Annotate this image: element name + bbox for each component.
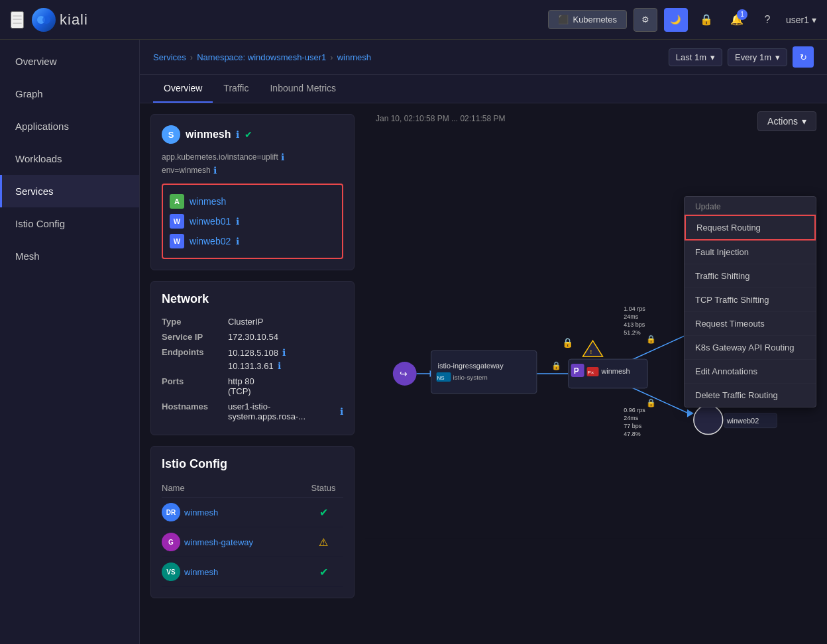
dropdown-traffic-shifting[interactable]: Traffic Shifting	[685, 264, 816, 288]
istio-system-label: istio-system	[453, 374, 487, 381]
svg-point-1	[42, 16, 50, 24]
workload-item-2: W winweb02 ℹ	[170, 231, 335, 251]
endpoint-2-info[interactable]: ℹ	[278, 360, 281, 371]
winweb02-label: winweb02	[726, 417, 759, 425]
ingress-label: istio-ingressgateway	[438, 362, 504, 370]
dropdown-tcp-traffic-shifting[interactable]: TCP Traffic Shifting	[685, 288, 816, 312]
workload-info-2[interactable]: ℹ	[236, 236, 239, 246]
service-label-2: env=winmesh ℹ	[162, 165, 343, 176]
metric-478pct: 47.8%	[624, 431, 640, 437]
hostnames-label: Hostnames	[162, 402, 228, 421]
service-name: winmesh	[186, 129, 231, 140]
tab-overview[interactable]: Overview	[153, 75, 213, 103]
workload-name-2[interactable]: winweb02	[190, 236, 231, 246]
notification-button[interactable]: 🔔 1	[725, 8, 749, 32]
tab-traffic[interactable]: Traffic	[213, 75, 259, 103]
dropdown-delete-traffic[interactable]: Delete Traffic Routing	[685, 384, 816, 407]
endpoint-1-info[interactable]: ℹ	[282, 347, 286, 358]
dropdown-k8s-gateway[interactable]: K8s Gateway API Routing	[685, 336, 816, 360]
sidebar-item-graph[interactable]: Graph	[0, 78, 139, 110]
lock-button[interactable]: 🔒	[694, 8, 718, 32]
config-row-g: G winmesh-gateway ⚠	[162, 527, 343, 557]
moon-icon: 🌙	[670, 15, 681, 25]
edge-lock-icon: 🔒	[551, 360, 561, 370]
istio-config-title: Istio Config	[162, 457, 343, 471]
refresh-button[interactable]: ↻	[793, 46, 814, 68]
config-row-dr: DR winmesh ✔	[162, 498, 343, 527]
breadcrumb-sep2: ›	[330, 52, 333, 62]
label-text-2: env=winmesh	[162, 166, 211, 175]
right-panel: Jan 10, 02:10:58 PM ... 02:11:58 PM Acti…	[365, 103, 827, 644]
config-link-vs[interactable]: winmesh	[184, 567, 218, 577]
dropdown-edit-annotations[interactable]: Edit Annotations	[685, 360, 816, 384]
header-controls: ⬛ Kubernetes ⚙ 🌙 🔒 🔔 1 ? user1 ▾	[548, 8, 816, 32]
metric-24ms-2: 24ms	[624, 415, 638, 421]
sidebar-item-overview[interactable]: Overview	[0, 45, 139, 78]
service-labels: app.kubernetes.io/instance=uplift ℹ env=…	[162, 152, 343, 176]
warning-icon: !	[590, 348, 592, 355]
kiali-logo-svg	[36, 13, 51, 27]
hamburger-button[interactable]: ☰	[11, 11, 24, 28]
sidebar-item-istio-config[interactable]: Istio Config	[0, 207, 139, 240]
lock-icon: 🔒	[700, 13, 713, 26]
dropdown-update-label: Update	[685, 197, 816, 215]
tab-inbound-metrics[interactable]: Inbound Metrics	[259, 75, 347, 103]
actions-button[interactable]: Actions ▾	[757, 111, 816, 131]
config-status-vs: ✔	[303, 566, 343, 578]
breadcrumb-services[interactable]: Services	[153, 52, 186, 62]
user-menu-button[interactable]: user1 ▾	[786, 15, 816, 25]
config-link-g[interactable]: winmesh-gateway	[184, 537, 253, 547]
breadcrumb-namespace[interactable]: Namespace: windowsmesh-user1	[197, 52, 326, 62]
config-link-dr[interactable]: winmesh	[184, 508, 218, 517]
dropdown-fault-injection[interactable]: Fault Injection	[685, 241, 816, 264]
service-info-icon[interactable]: ℹ	[236, 129, 239, 140]
service-check-icon: ✔	[245, 129, 252, 140]
logo-area: kiali	[32, 8, 88, 32]
sidebar-item-workloads[interactable]: Workloads	[0, 142, 139, 175]
lock-winweb02-edge: 🔒	[646, 398, 656, 407]
sub-header: Services › Namespace: windowsmesh-user1 …	[140, 40, 827, 75]
metric-512pct: 51.2%	[624, 329, 640, 336]
endpoint-2: 10.131.3.61	[228, 361, 274, 371]
help-button[interactable]: ?	[755, 8, 779, 32]
left-panel: S winmesh ℹ ✔ app.kubernetes.io/instance…	[140, 103, 365, 644]
sidebar-item-mesh[interactable]: Mesh	[0, 240, 139, 272]
dropdown-request-routing[interactable]: Request Routing	[685, 215, 816, 241]
k8s-icon: ⬛	[558, 15, 569, 25]
metric-24ms-1: 24ms	[624, 313, 638, 320]
last-time-select[interactable]: Last 1m ▾	[669, 48, 722, 66]
label-info-2[interactable]: ℹ	[213, 165, 217, 176]
ns-badge: NS	[437, 375, 445, 381]
main-layout: Overview Graph Applications Workloads Se…	[0, 40, 827, 644]
sidebar-item-services[interactable]: Services	[0, 175, 139, 207]
workload-info-1[interactable]: ℹ	[236, 216, 239, 227]
workload-name-0[interactable]: winmesh	[190, 196, 226, 207]
workload-name-1[interactable]: winweb01	[190, 216, 231, 227]
theme-button[interactable]: 🌙	[664, 8, 688, 32]
label-info-1[interactable]: ℹ	[281, 152, 284, 162]
actions-dropdown: Update Request Routing Fault Injection T…	[684, 196, 816, 407]
config-badge-dr: DR	[162, 503, 180, 521]
hostname-info[interactable]: ℹ	[340, 406, 343, 417]
sidebar-item-applications[interactable]: Applications	[0, 110, 139, 142]
metric-096rps: 0.96 rps	[624, 407, 645, 413]
workload-item-1: W winweb01 ℹ	[170, 211, 335, 231]
network-ports-row: Ports http 80 (TCP)	[162, 374, 343, 399]
service-badge: S	[162, 125, 180, 144]
dropdown-request-timeouts[interactable]: Request Timeouts	[685, 312, 816, 336]
workload-badge-w1: W	[170, 214, 184, 229]
content-area: Services › Namespace: windowsmesh-user1 …	[140, 40, 827, 644]
every-time-select[interactable]: Every 1m ▾	[728, 48, 787, 66]
settings-button[interactable]: ⚙	[634, 8, 657, 32]
lock-above-winmesh: 🔒	[562, 337, 574, 349]
network-endpoints-row: Endpoints 10.128.5.108 ℹ 10.131.3.61 ℹ	[162, 345, 343, 374]
network-table: Type ClusterIP Service IP 172.30.10.54 E…	[162, 314, 343, 424]
kubernetes-button[interactable]: ⬛ Kubernetes	[548, 10, 627, 29]
user-chevron-icon: ▾	[812, 15, 816, 25]
network-type-row: Type ClusterIP	[162, 314, 343, 329]
network-card: Network Type ClusterIP Service IP 172.30…	[150, 281, 355, 435]
actions-label: Actions	[767, 116, 798, 127]
workload-box: A winmesh W winweb01 ℹ W winweb02 ℹ	[162, 184, 343, 259]
workload-badge-w2: W	[170, 234, 184, 248]
endpoint-2-row: 10.131.3.61 ℹ	[228, 360, 286, 371]
